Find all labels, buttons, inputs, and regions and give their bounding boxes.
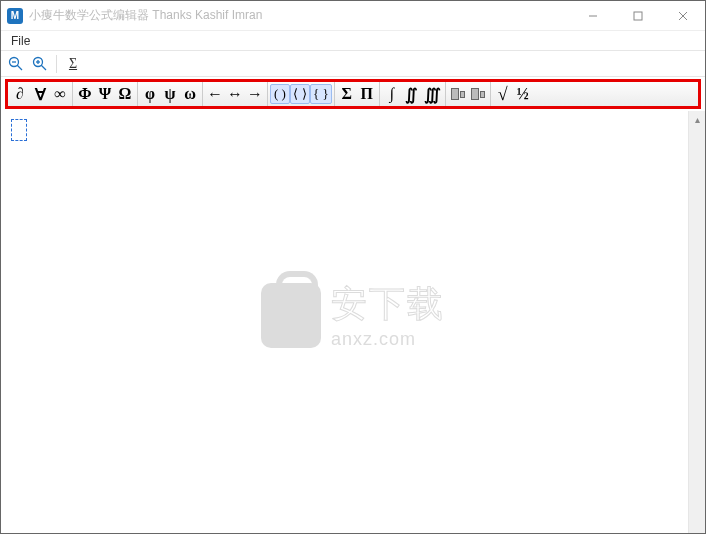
- svg-line-10: [41, 65, 46, 70]
- vertical-scrollbar[interactable]: ▴: [688, 111, 705, 533]
- watermark-shield-icon: [261, 283, 321, 348]
- symbol-integral[interactable]: ∫: [382, 84, 402, 104]
- symbol-group-bigops: Σ Π: [335, 82, 380, 106]
- maximize-button[interactable]: [615, 1, 660, 31]
- symbol-group-misc: √ ½: [491, 82, 535, 106]
- symbol-omega-lower[interactable]: ω: [180, 84, 200, 104]
- toolbar-separator: [56, 55, 57, 73]
- symbol-phi-lower[interactable]: φ: [140, 84, 160, 104]
- menu-file[interactable]: File: [7, 33, 34, 49]
- symbol-group-greek-lower: φ ψ ω: [138, 82, 203, 106]
- template-subscript-icon[interactable]: [448, 84, 468, 104]
- symbol-psi-upper[interactable]: Ψ: [95, 84, 115, 104]
- zoom-out-button[interactable]: [5, 54, 27, 74]
- symbol-angle-brackets[interactable]: ⟨ ⟩: [290, 84, 310, 104]
- symbol-omega-upper[interactable]: Ω: [115, 84, 135, 104]
- symbol-arrow-left[interactable]: ←: [205, 84, 225, 104]
- editor-canvas[interactable]: 安下载 anxz.com ▴: [1, 111, 705, 533]
- symbol-group-arrows: ← ↔ →: [203, 82, 268, 106]
- symbol-pi[interactable]: Π: [357, 84, 377, 104]
- svg-line-6: [17, 65, 22, 70]
- symbol-toolbar-highlight: ∂ ∀ ∞ Φ Ψ Ω φ ψ ω ← ↔ → ( ) ⟨ ⟩ { } Σ Π: [5, 79, 701, 109]
- app-icon: M: [7, 8, 23, 24]
- symbol-group-greek-upper: Φ Ψ Ω: [73, 82, 138, 106]
- symbol-infinity[interactable]: ∞: [50, 84, 70, 104]
- symbol-arrow-both[interactable]: ↔: [225, 84, 245, 104]
- symbol-partial[interactable]: ∂: [10, 84, 30, 104]
- symbol-psi-lower[interactable]: ψ: [160, 84, 180, 104]
- watermark-text-cn: 安下载: [331, 280, 445, 329]
- symbol-phi-upper[interactable]: Φ: [75, 84, 95, 104]
- symbol-parens[interactable]: ( ): [270, 84, 290, 104]
- symbol-half[interactable]: ½: [513, 84, 533, 104]
- sigma-tool-button[interactable]: Σ: [62, 54, 84, 74]
- scroll-up-button[interactable]: ▴: [689, 111, 705, 128]
- symbol-sigma[interactable]: Σ: [337, 84, 357, 104]
- symbol-group-templates: [446, 82, 491, 106]
- symbol-integral-triple[interactable]: ∭: [422, 84, 443, 104]
- titlebar: M 小痩牛数学公式编辑器 Thanks Kashif Imran: [1, 1, 705, 31]
- symbol-sqrt[interactable]: √: [493, 84, 513, 104]
- symbol-forall[interactable]: ∀: [30, 84, 50, 104]
- svg-rect-1: [634, 12, 642, 20]
- template-fraction-icon[interactable]: [468, 84, 488, 104]
- toolbar-main: Σ: [1, 51, 705, 77]
- formula-cursor-box[interactable]: [11, 119, 27, 141]
- minimize-button[interactable]: [570, 1, 615, 31]
- app-window: M 小痩牛数学公式编辑器 Thanks Kashif Imran File Σ …: [1, 1, 705, 533]
- symbol-integral-double[interactable]: ∬: [402, 84, 422, 104]
- menubar: File: [1, 31, 705, 51]
- symbol-toolbar: ∂ ∀ ∞ Φ Ψ Ω φ ψ ω ← ↔ → ( ) ⟨ ⟩ { } Σ Π: [8, 82, 698, 106]
- window-title: 小痩牛数学公式编辑器 Thanks Kashif Imran: [29, 7, 570, 24]
- watermark-text-en: anxz.com: [331, 329, 416, 350]
- symbol-group-calculus: ∂ ∀ ∞: [8, 82, 73, 106]
- zoom-in-button[interactable]: [29, 54, 51, 74]
- symbol-arrow-right[interactable]: →: [245, 84, 265, 104]
- symbol-group-brackets: ( ) ⟨ ⟩ { }: [268, 82, 335, 106]
- symbol-group-integrals: ∫ ∬ ∭: [380, 82, 446, 106]
- symbol-curly-braces[interactable]: { }: [310, 84, 332, 104]
- close-button[interactable]: [660, 1, 705, 31]
- watermark: 安下载 anxz.com: [261, 280, 445, 350]
